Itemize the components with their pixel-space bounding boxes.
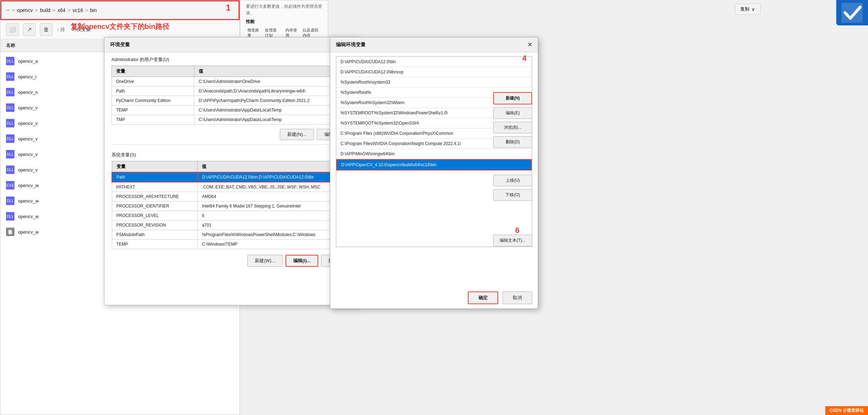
right-buttons: 新建(N) 编辑(E) 浏览(B)... 删除(D) 上移(U) 下移(O) 编…: [493, 92, 532, 246]
var-name: TEMP: [112, 106, 194, 115]
sort-btn[interactable]: ↑ 排: [57, 26, 65, 33]
file-name: opencv_n: [18, 90, 38, 95]
sys-vars-table: 变量 值 Path D:\APP\CUDA\CUDA12.0\bin;D:\AP…: [111, 161, 351, 249]
var-name: PROCESSOR_LEVEL: [112, 211, 198, 221]
path-item[interactable]: D:\APP\CUDA\CUDA12.0\libnvvp: [336, 67, 532, 77]
var-name: Path: [112, 86, 194, 96]
var-value: AMD64: [198, 192, 350, 202]
task-mgr-warning: 要进行大多数更改，你必须作为管理员登录。: [246, 3, 322, 17]
file-name: opencv_v: [18, 136, 38, 142]
sys-var-row[interactable]: PROCESSOR_IDENTIFIER Intel64 Family 6 Mo…: [112, 202, 350, 211]
file-icon: DLL: [6, 119, 14, 127]
user-var-row[interactable]: OneDrive C:\Users\Administrator\OneDrive: [112, 77, 351, 86]
address-part-bin: bin: [90, 7, 97, 13]
file-name: opencv_v: [18, 152, 38, 157]
sys-var-row[interactable]: PSModulePath %ProgramFiles%\WindowsPower…: [112, 230, 350, 240]
file-icon: DLL: [6, 197, 14, 205]
var-value: .COM;.EXE;.BAT;.CMD;.VBS;.VBE;.JS;.JSE;.…: [198, 182, 350, 192]
sys-var-row[interactable]: PROCESSOR_REVISION a701: [112, 221, 350, 230]
user-var-row[interactable]: TEMP C:\Users\Administrator\AppData\Loca…: [112, 106, 351, 115]
copy-hint: 复制opencv文件夹下的bin路径: [71, 22, 169, 31]
file-icon: DLL: [6, 166, 14, 174]
sys-var-row[interactable]: PATHEXT .COM;.EXE;.BAT;.CMD;.VBS;.VBE;.J…: [112, 182, 350, 192]
user-vars-section: Administrator 的用户变量(U) 变量 值 OneDrive C:\…: [104, 52, 358, 125]
file-name: opencv_w: [18, 214, 39, 219]
file-icon: DLL: [6, 88, 14, 96]
path-item[interactable]: %SystemRoot%\system32: [336, 77, 532, 88]
var-name: PSModulePath: [112, 230, 198, 240]
sys-var-buttons: 新建(W)... 编辑(I)... 删除(L): [104, 251, 358, 271]
col-val-header: 值: [194, 66, 350, 77]
toolbar-icon-2[interactable]: ↗: [23, 23, 36, 36]
var-value: 6: [198, 211, 350, 221]
var-name: PROCESSOR_REVISION: [112, 221, 198, 230]
sys-edit-button[interactable]: 编辑(I)...: [285, 255, 318, 267]
sys-section-title: 系统变量(S): [111, 152, 351, 158]
toolbar-icon-1[interactable]: ⬜: [6, 23, 19, 36]
address-part-opencv: opencv: [17, 7, 33, 13]
var-name: TMP: [112, 115, 194, 125]
bottom-buttons: 确定 取消: [468, 291, 532, 304]
copy-button[interactable]: 复制 ∨: [735, 4, 760, 15]
address-bar[interactable]: ··· > opencv > build > x64 > vc16 > bin: [0, 0, 240, 20]
edit-path-button[interactable]: 编辑(E): [493, 107, 532, 119]
var-name: OneDrive: [112, 77, 194, 86]
file-name: opencv_v: [18, 167, 38, 173]
file-name: opencv_w: [18, 183, 39, 188]
file-icon: DLL: [6, 150, 14, 158]
file-icon: DLL: [6, 57, 14, 65]
step-1-label: 1: [226, 3, 230, 13]
var-value: C:\Windows\TEMP: [198, 240, 350, 249]
file-icon: 📄: [6, 228, 14, 236]
close-icon[interactable]: ✕: [528, 41, 532, 48]
move-down-button[interactable]: 下移(O): [493, 189, 532, 201]
var-name: PyCharm Community Edition: [112, 96, 194, 106]
cancel-button[interactable]: 取消: [502, 291, 532, 304]
file-icon: EXE: [6, 181, 14, 190]
move-up-button[interactable]: 上移(U): [493, 175, 532, 186]
user-var-row[interactable]: Path D:\Anaconda\path;D:\Anaconda\path\L…: [112, 86, 351, 96]
edit-env-dialog: 编辑环境变量 ✕ D:\APP\CUDA\CUDA12.0\bin D:\APP…: [330, 37, 538, 309]
user-section-title: Administrator 的用户变量(U): [111, 56, 351, 63]
user-vars-table: 变量 值 OneDrive C:\Users\Administrator\One…: [111, 66, 351, 125]
var-value: D:\APP\Pycharm\path\PyCharm Community Ed…: [194, 96, 350, 106]
sys-path-row[interactable]: Path D:\APP\CUDA\CUDA12.0\bin;D:\APP\CUD…: [112, 172, 350, 182]
user-var-row[interactable]: TMP C:\Users\Administrator\AppData\Local…: [112, 115, 351, 125]
env-dialog-title: 环境变量: [104, 37, 358, 52]
sys-var-row[interactable]: TEMP C:\Windows\TEMP: [112, 240, 350, 249]
var-value: a701: [198, 221, 350, 230]
file-icon: DLL: [6, 103, 14, 112]
col-var-header: 变量: [112, 66, 194, 77]
user-var-row[interactable]: PyCharm Community Edition D:\APP\Pycharm…: [112, 96, 351, 106]
var-value: C:\Users\Administrator\AppData\Local\Tem…: [194, 115, 350, 125]
file-icon: DLL: [6, 134, 14, 143]
browse-path-button[interactable]: 浏览(B)...: [493, 122, 532, 133]
user-new-button[interactable]: 新建(N)...: [280, 129, 314, 140]
sys-var-row[interactable]: PROCESSOR_ARCHITECTURE AMD64: [112, 192, 350, 202]
var-value: %ProgramFiles%\WindowsPowerShell\Modules…: [198, 230, 350, 240]
edit-env-title: 编辑环境变量 ✕: [330, 37, 538, 52]
chevron-down-icon: ∨: [752, 7, 755, 12]
address-part-vc16: vc16: [73, 7, 83, 13]
file-name: opencv_v: [18, 121, 38, 126]
var-value: C:\Users\Administrator\AppData\Local\Tem…: [194, 106, 350, 115]
logo-svg: [840, 0, 864, 25]
sys-new-button[interactable]: 新建(W)...: [247, 255, 283, 267]
sys-var-row[interactable]: PROCESSOR_LEVEL 6: [112, 211, 350, 221]
delete-path-button[interactable]: 删除(D): [493, 136, 532, 148]
sys-col-var: 变量: [112, 161, 198, 173]
blue-logo-corner: [836, 0, 868, 25]
address-part-x64: x64: [58, 7, 66, 13]
edit-text-button[interactable]: 编辑文本(T)...: [493, 235, 532, 246]
step-6-label: 6: [515, 226, 519, 235]
ok-button[interactable]: 确定: [468, 291, 498, 304]
new-path-button[interactable]: 新建(N): [493, 92, 532, 104]
toolbar-icon-delete[interactable]: 🗑: [40, 23, 53, 36]
path-item[interactable]: D:\APP\CUDA\CUDA12.0\bin: [336, 57, 532, 67]
var-name: TEMP: [112, 240, 198, 249]
col-name: 名称: [6, 42, 15, 49]
csdn-watermark: CSDN @视觉研坛: [825, 406, 868, 415]
address-dots: ···: [6, 7, 10, 13]
sys-path-val: D:\APP\CUDA\CUDA12.0\bin;D:\APP\CUDA\CUD…: [198, 172, 350, 182]
sys-vars-section: 系统变量(S) 变量 值 Path D:\APP\CUDA\CUDA12.0\b…: [104, 148, 358, 249]
